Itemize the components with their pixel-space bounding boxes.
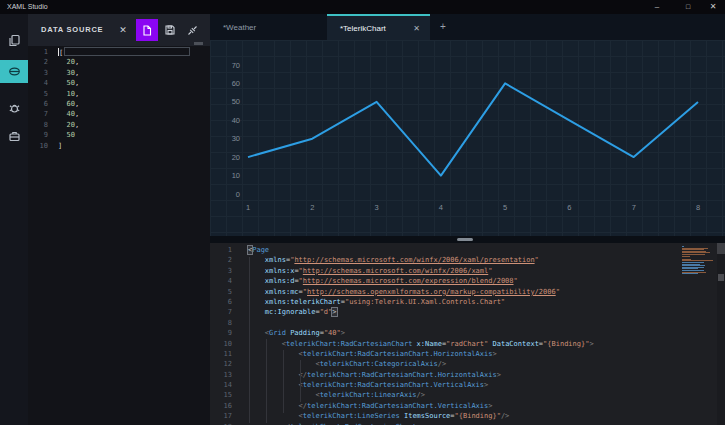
splitter-grip-icon[interactable]	[457, 238, 473, 241]
line-content: ]	[58, 141, 62, 151]
token: telerikChart:RadCartesianChart	[286, 340, 412, 348]
horizontal-splitter[interactable]	[210, 236, 725, 243]
code-line[interactable]: 8	[210, 318, 710, 328]
code-line[interactable]: 2 20,	[28, 57, 203, 67]
line-content: 20,	[58, 57, 79, 67]
code-line[interactable]: 12 <telerikChart:CategoricalAxis/>	[210, 359, 710, 369]
line-number: 9	[210, 328, 232, 338]
token: DataContext	[492, 340, 538, 348]
code-line[interactable]: 4 50,	[28, 78, 203, 88]
code-line[interactable]: 18 </telerikChart:RadCartesianChart>	[210, 422, 710, 425]
code-editor-content[interactable]: 1<Page2 xmlns="http://schemas.microsoft.…	[210, 245, 710, 425]
bracket-match-region	[64, 47, 190, 56]
line-number: 3	[28, 68, 48, 78]
code-line[interactable]: 7 mc:Ignorable="d">	[210, 307, 710, 317]
close-panel-button[interactable]: ✕	[112, 19, 134, 41]
code-editor-scrollbar[interactable]	[717, 243, 725, 425]
x-axis-tick-label: 7	[632, 203, 636, 212]
main-area: *Weather *TelerikChart ✕ + 0102030405060…	[210, 14, 725, 425]
code-line[interactable]: 9 <Grid Padding="40">	[210, 328, 710, 338]
line-number: 10	[28, 141, 48, 151]
line-number: 3	[210, 266, 232, 276]
tab-weather[interactable]: *Weather	[210, 14, 327, 40]
line-number: 6	[28, 99, 48, 109]
app-title: XAML Studio	[7, 0, 48, 14]
line-content: <telerikChart:LineSeries ItemsSource="{B…	[248, 411, 509, 421]
token	[248, 371, 299, 379]
line-number: 17	[210, 411, 232, 421]
code-line[interactable]: 3 xmlns:x="http://schemas.microsoft.com/…	[210, 266, 710, 276]
line-content: <telerikChart:RadCartesianChart.Horizont…	[248, 349, 497, 359]
data-source-scrollbar-thumb[interactable]	[194, 42, 203, 45]
code-line[interactable]: 7 40,	[28, 109, 203, 119]
token	[248, 329, 265, 337]
code-line[interactable]: 2 xmlns="http://schemas.microsoft.com/wi…	[210, 255, 710, 265]
line-content: xmlns:d="http://schemas.microsoft.com/ex…	[248, 276, 518, 286]
minimap-line	[682, 256, 690, 257]
minimap[interactable]	[682, 246, 716, 275]
token: 60	[66, 100, 74, 108]
tab-telerikchart[interactable]: *TelerikChart ✕	[327, 14, 430, 40]
line-content: </telerikChart:RadCartesianChart.Vertica…	[248, 401, 492, 411]
code-line[interactable]: 6 xmlns:telerikChart="using:Telerik.UI.X…	[210, 297, 710, 307]
code-line[interactable]: 11 <telerikChart:RadCartesianChart.Horiz…	[210, 349, 710, 359]
activity-item-toolbox[interactable]	[0, 124, 28, 148]
line-content: 40,	[58, 109, 79, 119]
code-line[interactable]: 10]	[28, 141, 203, 151]
xaml-code-editor[interactable]: 1<Page2 xmlns="http://schemas.microsoft.…	[210, 243, 725, 425]
token: >	[484, 381, 488, 389]
line-number: 13	[210, 370, 232, 380]
data-source-header: DATA SOURCE ✕	[28, 14, 210, 46]
activity-item-documents[interactable]	[0, 28, 28, 52]
code-line[interactable]: 14 <telerikChart:RadCartesianChart.Verti…	[210, 380, 710, 390]
code-line[interactable]: 16 </telerikChart:RadCartesianChart.Vert…	[210, 401, 710, 411]
code-line[interactable]: 17 <telerikChart:LineSeries ItemsSource=…	[210, 411, 710, 421]
code-line[interactable]: 5 xmlns:mc="http://schemas.openxmlformat…	[210, 287, 710, 297]
code-line[interactable]: 5 10,	[28, 89, 203, 99]
disconnect-data-button[interactable]	[181, 19, 203, 41]
line-number: 6	[210, 297, 232, 307]
y-axis-tick-label: 50	[232, 97, 240, 106]
line-number: 12	[210, 359, 232, 369]
token	[248, 308, 265, 316]
token: ,	[75, 121, 79, 129]
token	[248, 360, 315, 368]
close-window-button[interactable]: ✕	[702, 0, 724, 14]
line-content: </telerikChart:RadCartesianChart>	[248, 422, 421, 425]
code-line[interactable]: 13 </telerikChart:RadCartesianChart.Hori…	[210, 370, 710, 380]
minimize-button[interactable]: –	[646, 0, 668, 14]
token: ,	[75, 100, 79, 108]
save-data-button[interactable]	[159, 19, 181, 41]
scrollbar-thumb[interactable]	[717, 243, 725, 254]
line-content: xmlns:telerikChart="using:Telerik.UI.Xam…	[248, 297, 505, 307]
new-tab-button[interactable]: +	[434, 14, 452, 40]
tab-bar: *Weather *TelerikChart ✕ +	[210, 14, 725, 40]
line-content: 50,	[58, 78, 79, 88]
y-axis-tick-label: 60	[232, 79, 240, 88]
token: ,	[75, 110, 79, 118]
token: 20	[66, 58, 74, 66]
code-line[interactable]: 10 <telerikChart:RadCartesianChart x:Nam…	[210, 339, 710, 349]
code-line[interactable]: 8 20,	[28, 120, 203, 130]
title-bar: XAML Studio – □ ✕	[0, 0, 725, 14]
y-axis-tick-label: 20	[232, 153, 240, 162]
maximize-button[interactable]: □	[677, 0, 699, 14]
code-line[interactable]: 4 xmlns:d="http://schemas.microsoft.com/…	[210, 276, 710, 286]
token: 50	[66, 79, 74, 87]
data-source-editor[interactable]: 1[2 20,3 30,4 50,5 10,6 60,7 40,8 20,9 5…	[28, 47, 203, 425]
code-line[interactable]: 9 50	[28, 130, 203, 140]
code-line[interactable]: 1[	[28, 47, 203, 57]
code-line[interactable]: 15 <telerikChart:LinearAxis/>	[210, 390, 710, 400]
activity-item-debug[interactable]	[0, 96, 28, 120]
x-axis-tick-label: 2	[310, 203, 314, 212]
activity-item-data-source[interactable]	[0, 60, 28, 83]
code-line[interactable]: 6 60,	[28, 99, 203, 109]
code-line[interactable]: 3 30,	[28, 68, 203, 78]
code-line[interactable]: 1<Page	[210, 245, 710, 255]
line-number: 4	[210, 276, 232, 286]
token: />	[417, 391, 425, 399]
new-data-file-button[interactable]	[136, 19, 158, 41]
line-content: <Grid Padding="40">	[248, 328, 345, 338]
tab-close-button[interactable]: ✕	[413, 24, 430, 33]
token: 10	[66, 90, 74, 98]
